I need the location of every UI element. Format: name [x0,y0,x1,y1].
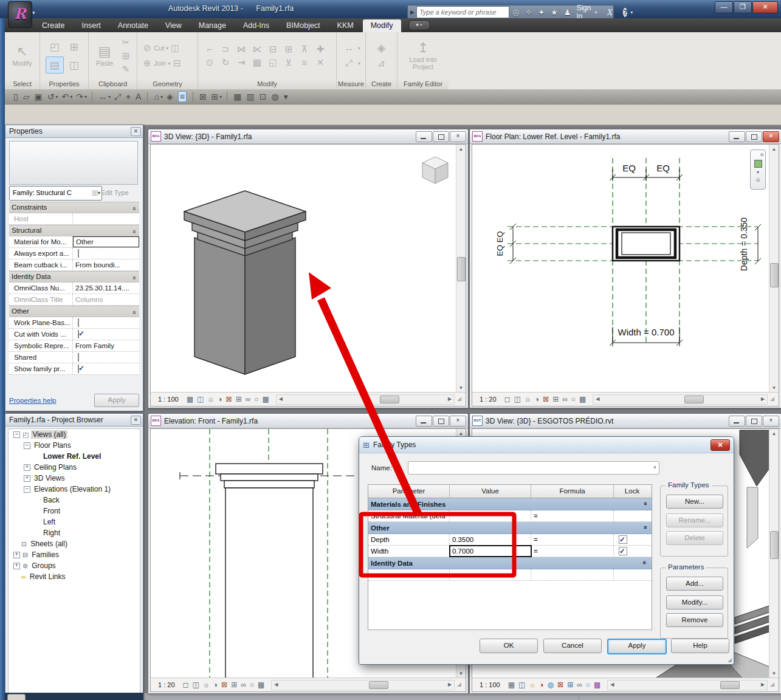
aligned-dimension-icon[interactable]: ⤢ [114,92,121,102]
reveal-hidden-icon[interactable]: ○ [586,681,590,689]
parameter-formula-cell[interactable]: = [531,546,614,557]
create-similar-icon[interactable]: ⊿ [374,57,389,70]
ok-button[interactable]: OK [480,639,538,653]
tag-icon[interactable]: ⌖ [126,92,131,102]
visual-style-icon[interactable]: ◫ [197,395,204,403]
reveal-hidden-icon[interactable]: ○ [571,395,576,403]
tree-item-ceiling-plans[interactable]: +Ceiling Plans [9,462,140,473]
close-button[interactable]: × [450,131,466,142]
scale-icon[interactable]: ◱ [265,56,281,69]
temporary-hide-icon[interactable]: ∞ [577,681,582,689]
application-menu-caret-icon[interactable]: ▾ [32,10,35,16]
collapse-chevron-icon[interactable]: » [128,311,139,314]
shadows-icon[interactable]: ◑ [539,681,543,689]
ribbon-tab-create[interactable]: Create [34,19,73,32]
navigation-bar[interactable]: ⊗ ▼ ⊖ [750,149,766,190]
checkbox-checked[interactable] [78,330,79,338]
property-value[interactable] [73,364,139,374]
measure-icon-caret[interactable]: ▾ [108,94,111,100]
column-header-formula[interactable]: Formula [531,485,614,498]
reveal-hidden-icon[interactable]: ○ [250,681,254,689]
close-button[interactable]: × [763,416,779,427]
property-value[interactable]: 23.25.30.11.14.... [73,283,139,293]
window-titlebar[interactable]: RFA 3D View: {3D} - Family1.rfa × [148,129,468,144]
tree-item-elevations-elevation-1[interactable]: −Elevations (Elevation 1) [9,484,140,495]
sync-icon[interactable]: ↺ [47,92,55,101]
crop-view-icon[interactable]: ⊠ [221,681,227,689]
show-crop-icon[interactable]: ⊞ [552,395,559,403]
measure-button[interactable]: ↔ ▾ [342,41,360,55]
section-chevron-icon[interactable]: » [641,502,649,506]
navbar-caret-icon[interactable]: ▼ [756,170,760,174]
user-interface-icon[interactable]: ⊡ [260,92,267,101]
column-header-value[interactable]: Value [450,485,531,498]
search-icon[interactable]: ◎ [512,8,519,17]
qat-customize-icon[interactable]: ▾ [284,92,288,101]
copy-icon[interactable]: ⊞ [119,49,133,63]
ribbon-tab-bimobject[interactable]: BIMobject [278,19,328,32]
property-value[interactable]: Columns [73,295,139,304]
resize-grip-icon[interactable]: ◢ [728,657,732,663]
detail-level-icon[interactable]: ◻ [504,395,511,403]
sun-path-icon[interactable]: ☼ [203,681,210,689]
new-button[interactable]: New... [666,495,723,509]
expand-icon[interactable]: + [24,475,30,482]
default-3d-view-icon-caret[interactable]: ▾ [160,94,163,100]
checkbox-unchecked[interactable] [78,249,79,258]
section-chevron-icon[interactable]: » [641,526,649,529]
vertical-scrollbar[interactable]: ▲ ▼ [769,429,779,678]
match-properties-icon[interactable]: ✎ [119,63,133,76]
vertical-scrollbar[interactable]: ▲ ▼ [456,145,466,393]
family-types-button[interactable]: ◰ [46,38,64,55]
eq-vertical-dimension-label[interactable]: EQ EQ [495,231,504,256]
column-header-parameter[interactable]: Parameter [368,485,450,498]
minimize-button[interactable] [729,131,745,142]
geometry-box-icon[interactable]: ◫ [170,41,180,55]
property-value[interactable] [73,329,139,339]
expand-icon[interactable]: + [13,563,20,569]
restore-button[interactable] [746,131,762,142]
reveal-hidden-icon[interactable]: ○ [254,395,258,403]
delete-icon[interactable]: ✕ [312,56,328,69]
undo-icon-caret[interactable]: ▾ [70,94,72,100]
parameter-formula-cell[interactable]: = [531,510,614,521]
measure-diagonal-button[interactable]: ⤢ ▾ [342,57,360,70]
text-icon[interactable]: A [136,92,141,101]
section-header-structural[interactable]: Structural» [9,225,139,236]
parameter-name-cell[interactable]: Structural Material (defa [368,510,450,521]
horizontal-scrollbar[interactable]: ◀ ▶ [607,680,768,690]
search-input[interactable] [416,6,509,18]
property-value[interactable] [73,249,139,258]
checkbox-checked[interactable] [78,365,79,373]
cut-icon[interactable]: ✂ [119,36,133,49]
family-category-button[interactable]: ⊞ [65,38,83,55]
collapse-chevron-icon[interactable]: » [128,276,139,280]
type-selector-dropdown[interactable]: Family: Structural C ▾ [9,186,102,201]
property-value[interactable]: From Family [73,341,139,351]
restore-button[interactable] [433,416,449,427]
detail-level-icon[interactable]: ▦ [508,681,515,689]
minimize-button[interactable] [729,416,745,427]
ribbon-tab-annotate[interactable]: Annotate [110,19,156,32]
parameter-name-cell[interactable]: Width [368,546,450,557]
parameter-name-cell[interactable]: Depth [368,534,450,545]
window-titlebar[interactable]: RFA Floor Plan: Lower Ref. Level - Famil… [470,129,781,144]
offset-icon[interactable]: ⊃ [218,43,233,56]
3d-view-canvas[interactable] [151,145,456,393]
restore-button[interactable] [746,416,762,427]
schedule-icon[interactable]: ▦ [233,92,241,101]
help-button[interactable]: Help [671,639,729,653]
sheet-icon[interactable]: ▥ [247,92,255,101]
crop-view-icon[interactable]: ⊠ [226,395,232,403]
ribbon-tab-add-ins[interactable]: Add-Ins [235,19,277,32]
project-browser-titlebar[interactable]: Family1.rfa - Project Browser ✕ [5,414,143,427]
maximize-button[interactable]: ❒ [734,1,752,13]
lock-checkbox-checked[interactable] [619,535,627,544]
apply-button[interactable]: Apply [607,639,667,654]
checkbox-unchecked[interactable] [78,318,79,327]
minimize-button[interactable]: — [715,1,733,13]
sign-in-caret-icon[interactable]: ▾ [594,10,597,15]
minimize-button[interactable] [416,416,432,427]
section-icon[interactable]: ◈ [167,92,173,101]
steering-wheel-icon[interactable] [754,160,762,168]
